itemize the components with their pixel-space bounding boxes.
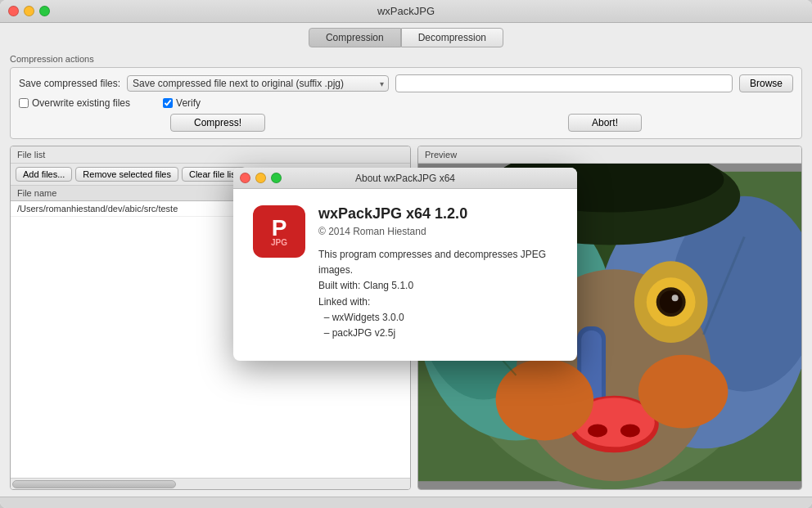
verify-checkbox-item: Verify: [163, 97, 201, 109]
about-description: This program compresses and decompresses…: [318, 247, 557, 341]
overwrite-checkbox-item: Overwrite existing files: [19, 97, 130, 109]
title-bar: wxPackJPG: [0, 0, 812, 23]
tab-bar: Compression Decompression: [0, 23, 812, 47]
options-panel: Save compressed files: Save compressed f…: [10, 67, 802, 139]
horizontal-scrollbar[interactable]: [11, 478, 410, 489]
compress-button[interactable]: Compress!: [170, 114, 265, 132]
title-bar-buttons: [8, 6, 50, 16]
svg-point-12: [660, 290, 683, 313]
svg-point-19: [588, 424, 607, 437]
section-label: Compression actions: [10, 54, 802, 64]
path-input[interactable]: [395, 74, 733, 92]
checkbox-row: Overwrite existing files Verify: [19, 97, 793, 109]
remove-files-button[interactable]: Remove selected files: [75, 167, 178, 182]
tab-compression[interactable]: Compression: [309, 28, 401, 47]
overwrite-checkbox[interactable]: [19, 98, 29, 108]
svg-point-13: [672, 294, 679, 301]
overwrite-label: Overwrite existing files: [32, 97, 130, 109]
save-select[interactable]: Save compressed file next to original (s…: [127, 75, 389, 92]
save-row: Save compressed files: Save compressed f…: [19, 74, 793, 92]
window-title: wxPackJPG: [377, 5, 435, 17]
save-select-wrapper: Save compressed file next to original (s…: [127, 75, 389, 92]
about-dialog-title: About wxPackJPG x64: [355, 173, 455, 184]
verify-label: Verify: [176, 97, 201, 109]
about-titlebar-buttons: [240, 173, 282, 183]
maximize-button[interactable]: [39, 6, 50, 16]
about-app-name: wxPackJPG x64 1.2.0: [318, 205, 557, 223]
about-titlebar: About wxPackJPG x64: [233, 168, 577, 189]
about-body: P JPG wxPackJPG x64 1.2.0 © 2014 Roman H…: [233, 189, 577, 361]
svg-point-20: [620, 424, 640, 437]
about-copyright: © 2014 Roman Hiestand: [318, 226, 557, 237]
action-row: Compress! Abort!: [19, 114, 793, 132]
about-app-icon: P JPG: [253, 205, 305, 258]
svg-point-21: [496, 359, 593, 441]
file-panel-title: File list: [11, 146, 410, 164]
minimize-button[interactable]: [24, 6, 34, 16]
browse-button[interactable]: Browse: [739, 74, 793, 92]
preview-panel-title: Preview: [418, 146, 801, 164]
close-button[interactable]: [8, 6, 19, 16]
about-max-button[interactable]: [271, 173, 282, 183]
svg-point-22: [638, 355, 729, 429]
abort-button[interactable]: Abort!: [568, 114, 642, 132]
save-label: Save compressed files:: [19, 78, 120, 89]
add-files-button[interactable]: Add files...: [16, 167, 72, 182]
about-dialog: About wxPackJPG x64 P JPG wxPackJPG x64 …: [233, 168, 577, 361]
tab-decompression[interactable]: Decompression: [401, 28, 503, 47]
about-close-button[interactable]: [240, 173, 250, 183]
scrollbar-thumb[interactable]: [12, 480, 176, 488]
verify-checkbox[interactable]: [163, 98, 173, 108]
about-text: wxPackJPG x64 1.2.0 © 2014 Roman Hiestan…: [318, 205, 557, 341]
bottom-scrollbar[interactable]: [0, 497, 812, 508]
about-min-button[interactable]: [255, 173, 266, 183]
